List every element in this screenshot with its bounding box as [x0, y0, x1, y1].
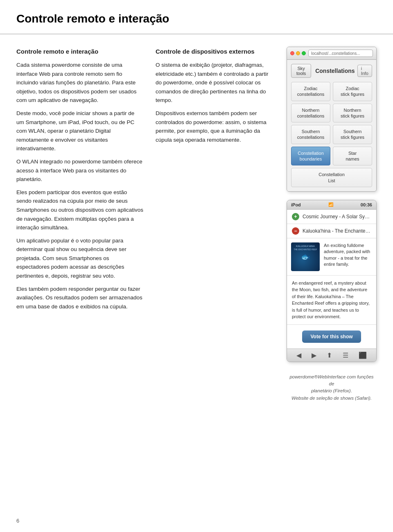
- close-window-button[interactable]: [290, 51, 294, 55]
- middle-para-1: O sistema de exibição (projetor, diafrag…: [156, 61, 274, 105]
- list-item-kaluoka[interactable]: − Kaluoka'hina - The Enchante…: [287, 224, 376, 238]
- left-para-5: Um aplicativo popular é o voto popular p…: [16, 236, 143, 281]
- nav-info-button[interactable]: i Info: [357, 65, 372, 77]
- ipod-wifi-icon: 📶: [328, 202, 333, 207]
- show-thumbnail: KALUOKA'HINA THE ENCHANTED REEF 🐟: [291, 242, 320, 271]
- left-para-3: O WLAN integrado no powerdome também ofe…: [16, 157, 143, 184]
- grid-southern-constellations[interactable]: Southernconstellations: [291, 125, 330, 144]
- ipod-footer: ◀ ▶ ⬆ ☰ ⬛: [287, 349, 376, 362]
- list-item-cosmic[interactable]: + Cosmic Journey - A Solar Sy…: [287, 210, 376, 224]
- left-para-6: Eles também podem responder perguntar ou…: [16, 285, 143, 311]
- browser-toolbar: localhost/...constellations...: [287, 47, 376, 60]
- kaluoka-remove-icon: −: [292, 227, 299, 235]
- forward-button[interactable]: ▶: [312, 351, 316, 359]
- address-bar[interactable]: localhost/...constellations...: [308, 50, 373, 57]
- thumb-decorative: 🐟: [294, 252, 317, 261]
- show-description-short: An exciting fulldome adventure, packed w…: [324, 242, 372, 271]
- share-button[interactable]: ⬆: [327, 351, 332, 359]
- bookmark-button[interactable]: ☰: [343, 351, 348, 359]
- minimize-window-button[interactable]: [296, 51, 300, 55]
- caption-line3: Website de seleção de shows (Safari).: [291, 396, 372, 401]
- maximize-window-button[interactable]: [302, 51, 306, 55]
- browser-window: localhost/...constellations... Sky tools…: [287, 47, 377, 192]
- tabs-button[interactable]: ⬛: [359, 351, 367, 359]
- grid-southern-stick-figures[interactable]: Southernstick figures: [333, 125, 372, 144]
- ipod-detail: KALUOKA'HINA THE ENCHANTED REEF 🐟 An exc…: [287, 238, 376, 276]
- grid-constellation-list[interactable]: ConstellationList: [291, 168, 372, 187]
- page-number: 6: [16, 518, 19, 524]
- cosmic-title: Cosmic Journey - A Solar Sy…: [303, 214, 370, 220]
- ipod-header: iPod 📶 00:36: [287, 200, 376, 210]
- ipod-list: + Cosmic Journey - A Solar Sy… − Kaluoka…: [287, 210, 376, 238]
- ipod-window: iPod 📶 00:36 + Cosmic Journey - A Solar …: [287, 200, 377, 362]
- grid-northern-stick-figures[interactable]: Northernstick figures: [333, 104, 372, 123]
- show-body-text: An endangered reef, a mystery about the …: [287, 276, 376, 325]
- middle-para-2: Dispositivos externos também podem ser c…: [156, 109, 274, 144]
- browser-window-controls: [290, 51, 306, 55]
- right-column: localhost/...constellations... Sky tools…: [287, 47, 377, 402]
- page-title: Controle remoto e interação: [0, 0, 393, 34]
- thumb-title-text: KALUOKA'HINA: [294, 245, 317, 248]
- caption-line2: planetário (Firefox).: [311, 388, 352, 393]
- thumbnail-image: KALUOKA'HINA THE ENCHANTED REEF 🐟: [291, 242, 320, 271]
- main-content: Controle remoto e interação Cada sistema…: [0, 47, 393, 402]
- vote-button-container: Vote for this show: [287, 325, 376, 349]
- grid-northern-constellations[interactable]: Northernconstellations: [291, 104, 330, 123]
- kaluoka-title: Kaluoka'hina - The Enchante…: [303, 228, 370, 234]
- nav-sky-tools[interactable]: Sky tools: [291, 64, 311, 78]
- grid-zodiac-stick-figures[interactable]: Zodiacstick figures: [333, 82, 372, 101]
- cosmic-add-icon: +: [292, 213, 299, 220]
- ipod-device-label: iPod: [291, 202, 301, 207]
- constellation-grid: Zodiacconstellations Zodiacstick figures…: [291, 82, 372, 187]
- caption-line1: powerdome®WebInterface com funções de: [289, 374, 373, 386]
- ipod-time: 00:36: [361, 202, 372, 207]
- constellation-nav: Sky tools Constellations i Info: [291, 64, 372, 78]
- vote-button[interactable]: Vote for this show: [302, 331, 361, 343]
- constellation-app: Sky tools Constellations i Info Zodiacco…: [287, 60, 376, 191]
- back-button[interactable]: ◀: [296, 351, 301, 359]
- screenshots-caption: powerdome®WebInterface com funções de pl…: [287, 374, 377, 402]
- grid-star-names[interactable]: Starnames: [333, 147, 372, 166]
- thumb-subtitle-text: THE ENCHANTED REEF: [294, 248, 317, 251]
- left-para-2: Deste modo, você pode iniciar shows a pa…: [16, 109, 143, 153]
- grid-zodiac-constellations[interactable]: Zodiacconstellations: [291, 82, 330, 101]
- middle-column: Controle de dispositivos externos O sist…: [156, 47, 274, 402]
- nav-constellations-title: Constellations: [315, 68, 355, 74]
- left-para-1: Cada sistema powerdome consiste de uma i…: [16, 61, 143, 105]
- left-heading: Controle remoto e interação: [16, 47, 143, 57]
- grid-constellation-boundaries[interactable]: Constellationboundaries: [291, 147, 330, 166]
- left-column: Controle remoto e interação Cada sistema…: [16, 47, 143, 402]
- left-para-4: Eles podem participar dos eventos que es…: [16, 188, 143, 232]
- middle-heading: Controle de dispositivos externos: [156, 47, 274, 57]
